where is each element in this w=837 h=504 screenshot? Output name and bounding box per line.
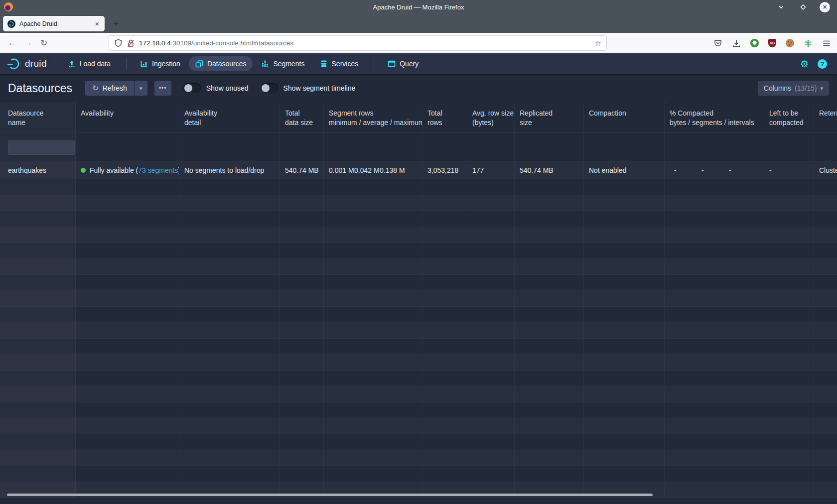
tab-strip: Apache Druid × + <box>0 14 837 33</box>
cookie-extension-icon[interactable] <box>786 39 794 47</box>
table-cell <box>280 195 324 211</box>
cell-retention[interactable]: Cluster default <box>814 162 837 179</box>
table-cell <box>76 275 179 290</box>
table-cell <box>324 418 422 434</box>
menu-hamburger-icon[interactable] <box>822 39 831 48</box>
table-cell <box>467 179 515 195</box>
table-cell <box>179 179 280 195</box>
nav-item-segments[interactable]: Segments <box>255 56 311 71</box>
settings-gear-icon[interactable]: ⚙ <box>800 58 809 70</box>
bookmark-star-icon[interactable]: ☆ <box>595 39 601 48</box>
table-cell <box>76 371 179 386</box>
table-cell <box>280 179 324 195</box>
cell-availability: Fully available (73 segments) <box>76 162 179 179</box>
table-cell <box>0 466 76 482</box>
more-actions-button[interactable]: ••• <box>154 81 171 96</box>
forward-button[interactable]: → <box>20 38 36 48</box>
column-header-availability[interactable]: Availability <box>76 102 179 132</box>
cell-total-data-size[interactable]: 540.74 MB <box>280 162 324 179</box>
table-cell <box>179 211 280 227</box>
nav-item-label: Services <box>332 60 359 68</box>
nav-item-datasources[interactable]: Datasources <box>189 56 253 71</box>
nav-item-load-data[interactable]: Load data <box>61 56 117 71</box>
nav-item-services[interactable]: Services <box>313 56 365 71</box>
show-unused-toggle[interactable] <box>183 83 201 93</box>
nav-item-query[interactable]: Query <box>381 56 425 71</box>
table-cell <box>179 307 280 322</box>
window-minimize-icon[interactable] <box>776 1 787 12</box>
refresh-button[interactable]: ↻ Refresh <box>85 81 134 96</box>
ublock-shield-icon[interactable]: UD <box>768 39 776 47</box>
column-header-total-data-size[interactable]: Totaldata size <box>280 102 324 132</box>
table-cell <box>665 195 764 211</box>
table-cell <box>324 355 422 370</box>
column-header-datasource-name[interactable]: Datasourcename <box>0 102 76 132</box>
table-cell <box>814 371 837 386</box>
show-unused-label: Show unused <box>206 84 249 92</box>
help-icon[interactable]: ? <box>818 59 827 69</box>
nav-item-ingestion[interactable]: Ingestion <box>134 56 187 71</box>
tracking-shield-icon[interactable] <box>114 39 123 47</box>
table-cell <box>515 402 584 418</box>
show-segment-timeline-toggle[interactable] <box>261 83 279 93</box>
table-cell <box>665 227 764 243</box>
segments-link[interactable]: 73 segments <box>138 166 178 174</box>
url-bar[interactable]: 172.18.0.4:30109/unified-console.html#da… <box>109 35 607 51</box>
column-header-compaction[interactable]: Compaction <box>584 102 665 132</box>
refresh-interval-dropdown[interactable]: ▾ <box>135 81 147 96</box>
cell-datasource-name[interactable]: earthquakes <box>0 162 76 179</box>
window-close-icon[interactable]: × <box>820 2 830 12</box>
column-header-total-rows[interactable]: Totalrows <box>422 102 467 132</box>
table-cell <box>324 371 422 386</box>
back-button[interactable]: ← <box>4 38 20 48</box>
download-icon[interactable] <box>732 39 741 48</box>
table-cell <box>0 243 76 258</box>
table-cell <box>584 291 665 306</box>
table-cell <box>422 307 467 322</box>
container-asterisk-icon[interactable] <box>804 39 813 48</box>
tab-close-icon[interactable]: × <box>94 20 100 28</box>
table-cell <box>280 323 324 338</box>
table-cell <box>179 418 280 434</box>
table-cell <box>515 211 584 227</box>
column-header-availability-detail[interactable]: Availabilitydetail <box>179 102 280 132</box>
window-maximize-icon[interactable] <box>798 1 809 12</box>
table-cell <box>584 371 665 386</box>
column-header-replicated-size[interactable]: Replicatedsize <box>515 102 584 132</box>
columns-button[interactable]: Columns (13/15) ▾ <box>758 81 829 96</box>
tab-apache-druid[interactable]: Apache Druid × <box>3 16 105 31</box>
column-header-retention[interactable]: Retention <box>814 102 837 132</box>
new-tab-button[interactable]: + <box>109 16 124 31</box>
table-cell <box>814 211 837 227</box>
table-cell <box>0 133 76 161</box>
table-cell <box>280 434 324 450</box>
table-cell <box>280 450 324 466</box>
table-cell <box>280 371 324 386</box>
datasource-name-filter-input[interactable] <box>8 140 75 155</box>
table-cell <box>814 133 837 161</box>
column-header-segment-rows[interactable]: Segment rowsminimum / average / maximum <box>324 102 422 132</box>
reload-button[interactable]: ↻ <box>36 38 52 48</box>
table-cell <box>814 307 837 322</box>
table-cell <box>179 323 280 338</box>
table-row <box>0 227 837 243</box>
table-cell <box>467 275 515 290</box>
table-cell <box>76 323 179 338</box>
table-cell <box>280 466 324 482</box>
table-cell <box>584 227 665 243</box>
cell-compaction[interactable]: Not enabled <box>584 162 665 179</box>
table-cell <box>764 355 814 370</box>
table-cell <box>0 434 76 450</box>
table-cell <box>515 307 584 322</box>
privacy-badger-icon[interactable] <box>750 39 759 47</box>
table-cell <box>467 133 515 161</box>
column-header-avg-row-size[interactable]: Avg. row size(bytes) <box>467 102 515 132</box>
insecure-lock-icon[interactable] <box>127 39 135 47</box>
pocket-icon[interactable] <box>713 39 722 48</box>
table-cell <box>280 133 324 161</box>
column-header-pct-compacted[interactable]: % Compactedbytes / segments / intervals <box>665 102 764 132</box>
table-row <box>0 323 837 339</box>
column-header-left-to-be-compacted[interactable]: Left to becompacted <box>764 102 814 132</box>
table-cell <box>764 307 814 322</box>
horizontal-scrollbar-thumb[interactable] <box>7 494 653 496</box>
